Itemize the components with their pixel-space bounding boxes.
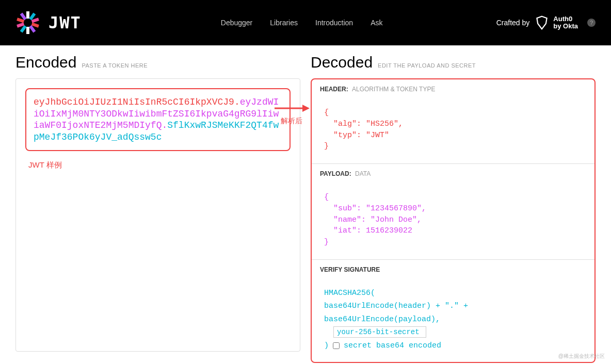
auth0-text: Auth0 by Okta [553,15,578,30]
token-editor[interactable]: eyJhbGciOiJIUzI1NiIsInR5cCI6IkpXVCJ9.eyJ… [25,88,291,151]
token-header-part: eyJhbGciOiJIUzI1NiIsInR5cCI6IkpXVCJ9 [34,97,234,107]
svg-rect-0 [26,11,29,19]
crafted-by: Crafted by Auth0 by Okta ? [496,15,596,30]
jwt-sample-label: JWT 样例 [28,160,291,170]
svg-marker-11 [302,105,310,112]
payload-code[interactable]: { "sub": "1234567890", "name": "John Doe… [312,184,594,259]
signature-block: HMACSHA256( base64UrlEncode(header) + ".… [312,279,594,363]
header-section: HEADER: ALGORITHM & TOKEN TYPE { "alg": … [312,79,594,164]
nav-libraries[interactable]: Libraries [270,19,298,27]
arrow-label: 解析后 [281,117,302,126]
payload-section-label: PAYLOAD: [320,170,351,177]
header-section-label: HEADER: [320,86,348,93]
encoded-column: Encoded PASTE A TOKEN HERE eyJhbGciOiJIU… [15,54,300,363]
nav-ask[interactable]: Ask [371,19,382,27]
auth0-shield-icon [535,15,549,30]
decoded-title: Decoded [311,54,373,71]
header-section-desc: ALGORITHM & TOKEN TYPE [352,86,435,93]
nav-introduction[interactable]: Introduction [315,19,353,27]
jwt-logo-icon [15,10,40,35]
signature-section-label: VERIFY SIGNATURE [320,266,380,273]
crafted-by-label: Crafted by [496,19,530,27]
auth0-logo[interactable]: Auth0 by Okta [535,15,578,30]
help-icon[interactable]: ? [587,19,596,27]
top-header: JWT Debugger Libraries Introduction Ask … [0,0,611,45]
secret-input[interactable] [333,326,426,338]
encoded-title: Encoded [15,54,76,71]
nav-debugger[interactable]: Debugger [221,19,253,27]
logo-area: JWT [15,10,82,35]
decoded-subtitle: EDIT THE PAYLOAD AND SECRET [378,62,476,69]
encoded-box: eyJhbGciOiJIUzI1NiIsInR5cCI6IkpXVCJ9.eyJ… [15,78,300,352]
decoded-box: HEADER: ALGORITHM & TOKEN TYPE { "alg": … [311,78,596,363]
arrow-annotation: 解析后 [274,103,310,126]
main-content: Encoded PASTE A TOKEN HERE eyJhbGciOiJIU… [0,45,611,363]
payload-section: PAYLOAD: DATA { "sub": "1234567890", "na… [312,164,594,260]
payload-section-desc: DATA [355,170,371,177]
arrow-icon [274,103,310,113]
main-nav: Debugger Libraries Introduction Ask [221,19,383,27]
base64-checkbox[interactable] [333,342,340,349]
brand-text: JWT [49,13,82,32]
base64-checkbox-label: secret base64 encoded [344,339,441,353]
watermark: @稀土掘金技术社区 [558,353,605,360]
svg-rect-1 [26,27,29,34]
decoded-column: 解析后 Decoded EDIT THE PAYLOAD AND SECRET … [311,54,596,363]
header-code[interactable]: { "alg": "HS256", "typ": "JWT" } [312,99,594,163]
encoded-subtitle: PASTE A TOKEN HERE [82,62,148,69]
signature-section: VERIFY SIGNATURE HMACSHA256( base64UrlEn… [312,260,594,363]
